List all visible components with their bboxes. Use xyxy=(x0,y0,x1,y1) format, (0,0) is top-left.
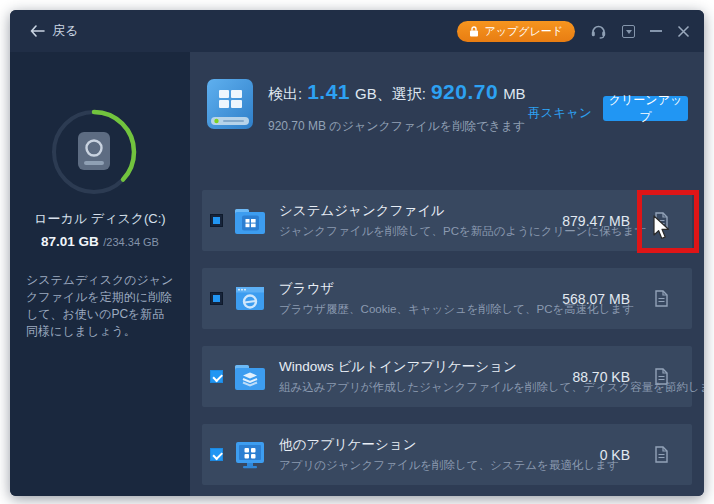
system-drive-icon xyxy=(202,76,258,136)
details-doc-icon xyxy=(654,290,669,307)
screen: 戻る アップグレード xyxy=(0,0,714,504)
minimize-icon xyxy=(650,30,662,32)
drive-glyph-icon xyxy=(78,132,110,170)
item-size: 0 KB xyxy=(600,447,630,463)
list-item-builtin-apps: Windows ビルトインアプリケーション 組み込みアプリが作成したジャンクファ… xyxy=(202,346,692,407)
titlebar: 戻る アップグレード xyxy=(10,10,704,52)
item-description: ジャンクファイルを削除して、PCを新品のようにクリーンに保ちます xyxy=(279,224,562,239)
item-size: 568.07 MB xyxy=(562,291,630,307)
sidebar: ローカル ディスク(C:) 87.01 GB /234.34 GB システムディ… xyxy=(10,52,190,496)
close-icon xyxy=(677,25,690,38)
list-item-browser: ブラウザ ブラウザ履歴、Cookie、キャッシュを削除して、PCを高速化します … xyxy=(202,268,692,329)
item-description: 組み込みアプリが作成したジャンクファイルを削除して、ディスク容量を節約します xyxy=(279,380,572,395)
disk-used-value: 87.01 GB xyxy=(41,234,99,249)
selected-value: 920.70 xyxy=(431,80,498,104)
item-title: Windows ビルトインアプリケーション xyxy=(279,358,572,376)
mid-label: GB、選択: xyxy=(355,85,426,104)
close-button[interactable] xyxy=(677,25,690,38)
back-arrow-icon xyxy=(30,25,45,37)
disk-total-value: /234.34 GB xyxy=(103,236,159,248)
item-description: アプリのジャンクファイルを削除して、システムを最適化します xyxy=(279,458,600,473)
details-doc-icon xyxy=(654,368,669,385)
upgrade-label: アップグレード xyxy=(484,24,563,39)
main-panel: 検出: 1.41 GB、選択: 920.70 MB 920.70 MB のジャン… xyxy=(190,52,704,496)
disk-name: ローカル ディスク(C:) xyxy=(10,210,190,228)
scan-subtitle: 920.70 MB のジャンクファイルを削除できます xyxy=(268,118,525,135)
selected-unit: MB xyxy=(503,85,526,102)
item-title: ブラウザ xyxy=(279,280,562,298)
back-button[interactable]: 戻る xyxy=(30,22,78,40)
junk-category-list: システムジャンクファイル ジャンクファイルを削除して、PCを新品のようにクリーン… xyxy=(202,190,692,496)
browser-icon xyxy=(232,281,268,317)
detected-value: 1.41 xyxy=(307,80,350,104)
item-checkbox-1[interactable] xyxy=(210,292,223,305)
headset-icon xyxy=(590,23,607,39)
item-checkbox-0[interactable] xyxy=(210,214,223,227)
back-label: 戻る xyxy=(52,22,78,40)
menu-square-icon xyxy=(622,25,635,38)
disk-capacity: 87.01 GB /234.34 GB xyxy=(10,232,190,250)
item-details-button[interactable] xyxy=(630,290,692,307)
item-details-button[interactable] xyxy=(630,446,692,463)
scan-summary-title: 検出: 1.41 GB、選択: 920.70 MB xyxy=(268,80,526,104)
item-size: 879.47 MB xyxy=(562,213,630,229)
item-title: システムジャンクファイル xyxy=(279,202,562,220)
list-item-other-apps: 他のアプリケーション アプリのジャンクファイルを削除して、システムを最適化します… xyxy=(202,424,692,485)
cleanup-button[interactable]: クリーンアップ xyxy=(603,96,688,121)
details-doc-icon xyxy=(654,446,669,463)
item-description: ブラウザ履歴、Cookie、キャッシュを削除して、PCを高速化します xyxy=(279,302,562,317)
lock-icon xyxy=(469,26,479,37)
item-title: 他のアプリケーション xyxy=(279,436,600,454)
item-details-button[interactable] xyxy=(630,368,692,385)
sidebar-description: システムディスクのジャンクファイルを定期的に削除して、お使いのPCを新品同様にし… xyxy=(10,272,190,340)
menu-button[interactable] xyxy=(622,25,635,38)
item-checkbox-3[interactable] xyxy=(210,448,223,461)
windows-folder-icon xyxy=(232,203,268,239)
builtin-apps-folder-icon xyxy=(232,359,268,395)
upgrade-button[interactable]: アップグレード xyxy=(457,21,575,42)
minimize-button[interactable] xyxy=(650,30,662,32)
support-button[interactable] xyxy=(590,23,607,39)
rescan-link[interactable]: 再スキャン xyxy=(528,105,592,122)
list-item-system-junk: システムジャンクファイル ジャンクファイルを削除して、PCを新品のようにクリーン… xyxy=(202,190,692,251)
detected-label: 検出: xyxy=(268,85,302,104)
item-details-button[interactable] xyxy=(630,212,692,229)
details-doc-icon xyxy=(654,212,669,229)
item-size: 88.70 KB xyxy=(572,369,630,385)
app-window: 戻る アップグレード xyxy=(10,10,704,496)
item-checkbox-2[interactable] xyxy=(210,370,223,383)
other-apps-icon xyxy=(232,437,268,473)
disk-usage-ring xyxy=(46,104,142,200)
